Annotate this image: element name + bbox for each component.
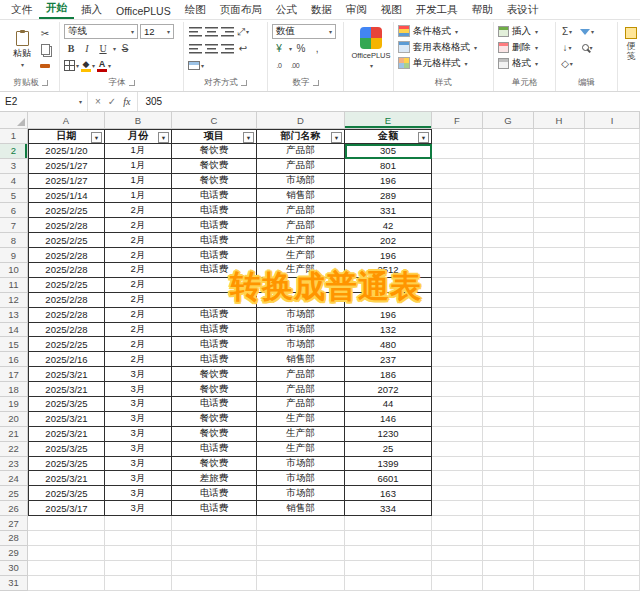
- cell-I24[interactable]: [585, 471, 640, 486]
- cell-A27[interactable]: [28, 516, 105, 531]
- row-header-10[interactable]: 10: [0, 263, 28, 278]
- font-color-button[interactable]: A▾: [97, 58, 111, 73]
- cell-G29[interactable]: [483, 546, 534, 561]
- cell-B9[interactable]: 2月: [105, 248, 172, 263]
- cell-C8[interactable]: 电话费: [172, 233, 257, 248]
- row-header-30[interactable]: 30: [0, 561, 28, 576]
- cell-E20[interactable]: 146: [345, 412, 432, 427]
- cell-E30[interactable]: [345, 561, 432, 576]
- cell-H30[interactable]: [534, 561, 585, 576]
- cell-E29[interactable]: [345, 546, 432, 561]
- cell-F2[interactable]: [432, 144, 483, 159]
- cell-B6[interactable]: 2月: [105, 203, 172, 218]
- cell-C29[interactable]: [172, 546, 257, 561]
- row-header-18[interactable]: 18: [0, 382, 28, 397]
- cell-G27[interactable]: [483, 516, 534, 531]
- cell-A8[interactable]: 2025/2/25: [28, 233, 105, 248]
- cell-B19[interactable]: 3月: [105, 397, 172, 412]
- cell-I8[interactable]: [585, 233, 640, 248]
- cell-G30[interactable]: [483, 561, 534, 576]
- cell-A3[interactable]: 2025/1/27: [28, 159, 105, 174]
- row-header-3[interactable]: 3: [0, 159, 28, 174]
- cell-F21[interactable]: [432, 427, 483, 442]
- cell-H6[interactable]: [534, 203, 585, 218]
- align-right-button[interactable]: [220, 41, 234, 56]
- find-select-button[interactable]: ▾: [580, 40, 594, 55]
- comma-style-button[interactable]: ,: [310, 41, 324, 56]
- cell-C15[interactable]: 电话费: [172, 337, 257, 352]
- cell-A25[interactable]: 2025/3/25: [28, 486, 105, 501]
- row-header-12[interactable]: 12: [0, 293, 28, 308]
- row-header-19[interactable]: 19: [0, 397, 28, 412]
- align-top-button[interactable]: [188, 24, 202, 39]
- cell-G23[interactable]: [483, 457, 534, 472]
- cell-B12[interactable]: 2月: [105, 293, 172, 308]
- cell-B3[interactable]: 1月: [105, 159, 172, 174]
- align-center-button[interactable]: [204, 41, 218, 56]
- cell-D2[interactable]: 产品部: [257, 144, 345, 159]
- cells-删除-button[interactable]: 删除▾: [498, 39, 551, 55]
- cell-H18[interactable]: [534, 382, 585, 397]
- cell-E1[interactable]: 金额▼: [345, 129, 432, 144]
- percent-style-button[interactable]: %: [294, 41, 308, 56]
- cell-D17[interactable]: 产品部: [257, 367, 345, 382]
- cell-F8[interactable]: [432, 233, 483, 248]
- cell-D23[interactable]: 市场部: [257, 457, 345, 472]
- cell-D14[interactable]: 市场部: [257, 323, 345, 338]
- row-header-9[interactable]: 9: [0, 248, 28, 263]
- cell-B26[interactable]: 3月: [105, 501, 172, 516]
- cancel-button[interactable]: ×: [95, 96, 101, 107]
- cell-C21[interactable]: 餐饮费: [172, 427, 257, 442]
- format-painter-button[interactable]: [38, 58, 52, 73]
- cell-G28[interactable]: [483, 531, 534, 546]
- cell-C14[interactable]: 电话费: [172, 323, 257, 338]
- cell-F30[interactable]: [432, 561, 483, 576]
- cell-B16[interactable]: 2月: [105, 352, 172, 367]
- row-header-24[interactable]: 24: [0, 471, 28, 486]
- underline-button[interactable]: U: [96, 41, 110, 56]
- cell-E16[interactable]: 237: [345, 352, 432, 367]
- cell-C5[interactable]: 电话费: [172, 189, 257, 204]
- cell-F7[interactable]: [432, 218, 483, 233]
- align-bottom-button[interactable]: [220, 24, 234, 39]
- cell-B5[interactable]: 1月: [105, 189, 172, 204]
- cell-D6[interactable]: 产品部: [257, 203, 345, 218]
- cell-I7[interactable]: [585, 218, 640, 233]
- accounting-format-button[interactable]: ¥: [272, 41, 286, 56]
- cell-E8[interactable]: 202: [345, 233, 432, 248]
- cell-I9[interactable]: [585, 248, 640, 263]
- number-format-combo[interactable]: 数值▾: [272, 24, 336, 39]
- cell-A24[interactable]: 2025/3/21: [28, 471, 105, 486]
- cell-I10[interactable]: [585, 263, 640, 278]
- cell-H5[interactable]: [534, 189, 585, 204]
- cell-E19[interactable]: 44: [345, 397, 432, 412]
- cell-F23[interactable]: [432, 457, 483, 472]
- ribbon-tab-绘图[interactable]: 绘图: [178, 0, 213, 19]
- row-header-20[interactable]: 20: [0, 412, 28, 427]
- cell-E26[interactable]: 334: [345, 501, 432, 516]
- cell-H1[interactable]: [534, 129, 585, 144]
- cell-A1[interactable]: 日期▼: [28, 129, 105, 144]
- cell-D18[interactable]: 产品部: [257, 382, 345, 397]
- cell-H19[interactable]: [534, 397, 585, 412]
- cell-F16[interactable]: [432, 352, 483, 367]
- cell-G14[interactable]: [483, 323, 534, 338]
- cell-A28[interactable]: [28, 531, 105, 546]
- cell-I20[interactable]: [585, 412, 640, 427]
- cell-D24[interactable]: 市场部: [257, 471, 345, 486]
- cell-A6[interactable]: 2025/2/25: [28, 203, 105, 218]
- cells-插入-button[interactable]: 插入▾: [498, 23, 551, 39]
- styles-条件格式-button[interactable]: 条件格式▾: [398, 23, 489, 39]
- cell-B23[interactable]: 3月: [105, 457, 172, 472]
- filter-dropdown-button[interactable]: ▼: [158, 132, 169, 143]
- cell-C23[interactable]: 餐饮费: [172, 457, 257, 472]
- column-header-E[interactable]: E: [345, 112, 432, 129]
- cell-I19[interactable]: [585, 397, 640, 412]
- enter-button[interactable]: ✓: [108, 96, 116, 107]
- cell-G2[interactable]: [483, 144, 534, 159]
- cell-D20[interactable]: 生产部: [257, 412, 345, 427]
- cell-I15[interactable]: [585, 337, 640, 352]
- cell-F29[interactable]: [432, 546, 483, 561]
- cell-F20[interactable]: [432, 412, 483, 427]
- name-box[interactable]: E2 ▾: [0, 92, 88, 111]
